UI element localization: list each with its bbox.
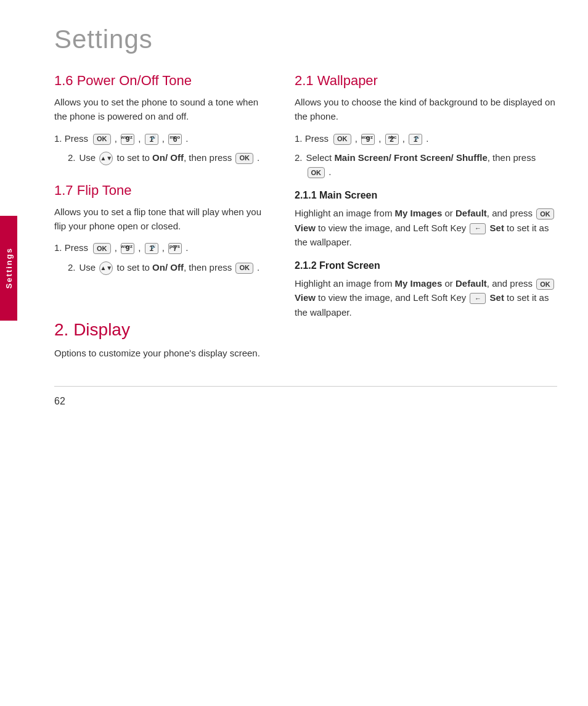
section-1-6-step-1: 1. Press OK , 9wxyz , 1🔊 , 6mno .	[54, 131, 264, 146]
section-2-1-heading: 2.1 Wallpaper	[295, 73, 557, 89]
key-ok: OK	[93, 243, 111, 254]
step-content: Use ▲▼ to set to On/ Off, then press OK …	[80, 150, 264, 165]
main-content: Settings 1.6 Power On/Off Tone Allows yo…	[17, 0, 588, 706]
page-number: 62	[54, 396, 65, 406]
page-container: Settings Settings 1.6 Power On/Off Tone …	[0, 0, 588, 706]
key-ok: OK	[333, 134, 351, 145]
right-column: 2.1 Wallpaper Allows you to choose the k…	[295, 73, 557, 367]
section-1-7-step-2: 2. Use ▲▼ to set to On/ Off, then press …	[54, 260, 264, 275]
section-2-1-step-2: 2. Select Main Screen/ Front Screen/ Shu…	[295, 150, 557, 179]
key-2abc: 2abc	[385, 134, 399, 145]
step-num: 2.	[68, 150, 76, 165]
section-1-6-body: Allows you to set the phone to sound a t…	[54, 95, 264, 124]
key-9wxyz: 9wxyz	[121, 243, 134, 254]
key-ok-inline: OK	[536, 208, 554, 220]
key-1: 1🔊	[145, 134, 158, 145]
left-column: 1.6 Power On/Off Tone Allows you to set …	[54, 73, 264, 367]
sidebar-tab: Settings	[0, 216, 17, 321]
bottom-divider	[54, 386, 557, 387]
key-ok-end: OK	[235, 263, 253, 274]
key-ok: OK	[93, 134, 111, 145]
key-ok-end: OK	[235, 153, 253, 164]
section-1-7-heading: 1.7 Flip Tone	[54, 183, 264, 199]
key-9wxyz: 9wxyz	[121, 134, 134, 145]
step-content: Use ▲▼ to set to On/ Off, then press OK …	[80, 260, 264, 275]
two-col-layout: 1.6 Power On/Off Tone Allows you to set …	[54, 73, 557, 367]
section-1-7-step-1: 1. Press OK , 9wxyz , 1🔊 , 7pqrs .	[54, 240, 264, 255]
step-keys: OK , 9wxyz , 1🔊 , 6mno .	[92, 131, 264, 146]
section-1-6-step-2: 2. Use ▲▼ to set to On/ Off, then press …	[54, 150, 264, 165]
nav-key: ▲▼	[99, 152, 113, 165]
section-2-1-body: Allows you to choose the kind of backgro…	[295, 95, 557, 124]
nav-key: ▲▼	[99, 261, 113, 275]
section-2-body: Options to customize your phone's displa…	[54, 346, 264, 360]
section-2-1-2-heading: 2.1.2 Front Screen	[295, 260, 557, 271]
key-1: 1🔊	[409, 134, 422, 145]
soft-key-2: ←	[470, 293, 486, 304]
section-2-1-step-1: 1. Press OK , 9wxyz , 2abc , 1🔊 .	[295, 131, 557, 146]
section-2-1-2-body: Highlight an image from My Images or Def…	[295, 276, 557, 319]
key-ok-inline-2: OK	[536, 279, 554, 290]
key-9wxyz: 9wxyz	[361, 134, 375, 145]
key-7pqrs: 7pqrs	[168, 243, 182, 254]
step-num: 1. Press	[295, 131, 329, 146]
step-num: 2.	[295, 150, 303, 165]
section-2-heading: 2. Display	[54, 320, 264, 340]
step-keys: OK , 9wxyz , 2abc , 1🔊 .	[332, 131, 557, 146]
step-content: Select Main Screen/ Front Screen/ Shuffl…	[306, 150, 557, 179]
key-6mno: 6mno	[168, 134, 182, 145]
sidebar-tab-label: Settings	[4, 247, 14, 289]
section-1-7-body: Allows you to set a flip tone that will …	[54, 205, 264, 234]
section-1-6-heading: 1.6 Power On/Off Tone	[54, 73, 264, 89]
step-num: 1. Press	[54, 131, 88, 146]
step-num: 2.	[68, 260, 76, 274]
step-keys: OK , 9wxyz , 1🔊 , 7pqrs .	[92, 240, 264, 255]
section-2-1-1-body: Highlight an image from My Images or Def…	[295, 206, 557, 249]
page-title: Settings	[54, 25, 557, 54]
soft-key-1: ←	[470, 223, 486, 234]
key-1: 1🔊	[145, 243, 158, 254]
step-num: 1. Press	[54, 240, 88, 255]
section-2-1-1-heading: 2.1.1 Main Screen	[295, 190, 557, 201]
key-ok-end: OK	[308, 167, 325, 178]
